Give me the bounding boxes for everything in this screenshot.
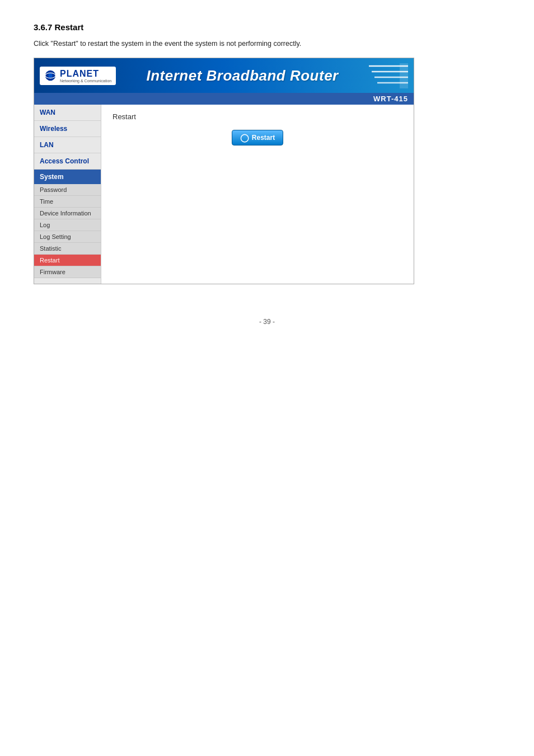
logo-text-area: PLANET Networking & Communication	[60, 69, 111, 83]
sidebar-sub-statistic[interactable]: Statistic	[34, 243, 101, 255]
router-header: PLANET Networking & Communication Intern…	[34, 58, 414, 93]
planet-logo-icon	[44, 69, 57, 82]
svg-point-2	[48, 73, 52, 77]
model-bar: WRT-415	[34, 93, 414, 105]
logo-area: PLANET Networking & Communication	[40, 67, 116, 85]
restart-icon: ◯	[240, 133, 249, 142]
sidebar-sub-log-setting[interactable]: Log Setting	[34, 231, 101, 243]
sidebar-item-wan[interactable]: WAN	[34, 105, 101, 121]
header-decoration	[369, 60, 408, 91]
svg-marker-7	[400, 63, 408, 88]
sidebar-section-system[interactable]: System	[34, 170, 101, 184]
router-body: WAN Wireless LAN Access Control System P…	[34, 105, 414, 284]
router-ui-box: PLANET Networking & Communication Intern…	[34, 58, 414, 284]
page-description: Click "Restart" to restart the system in…	[34, 40, 500, 48]
sidebar-sub-firmware[interactable]: Firmware	[34, 266, 101, 278]
sidebar-item-wireless[interactable]: Wireless	[34, 121, 101, 137]
page-footer: - 39 -	[34, 318, 500, 326]
restart-btn-area: ◯ Restart	[113, 130, 402, 145]
content-section-title: Restart	[113, 112, 402, 121]
sidebar-item-access-control[interactable]: Access Control	[34, 153, 101, 170]
sidebar-item-lan[interactable]: LAN	[34, 137, 101, 153]
page-title: 3.6.7 Restart	[34, 22, 500, 32]
router-title: Internet Broadband Router	[116, 67, 369, 84]
sidebar-sub-password[interactable]: Password	[34, 184, 101, 196]
sidebar-sub-log[interactable]: Log	[34, 219, 101, 231]
sidebar-sub-restart[interactable]: Restart	[34, 255, 101, 266]
main-content: Restart ◯ Restart	[101, 105, 414, 284]
restart-button-label: Restart	[252, 134, 275, 142]
sidebar: WAN Wireless LAN Access Control System P…	[34, 105, 101, 284]
logo-tagline: Networking & Communication	[60, 79, 111, 83]
sidebar-sub-time[interactable]: Time	[34, 196, 101, 208]
restart-button[interactable]: ◯ Restart	[232, 130, 283, 145]
logo-planet-name: PLANET	[60, 69, 111, 79]
sidebar-sub-device-info[interactable]: Device Information	[34, 208, 101, 219]
